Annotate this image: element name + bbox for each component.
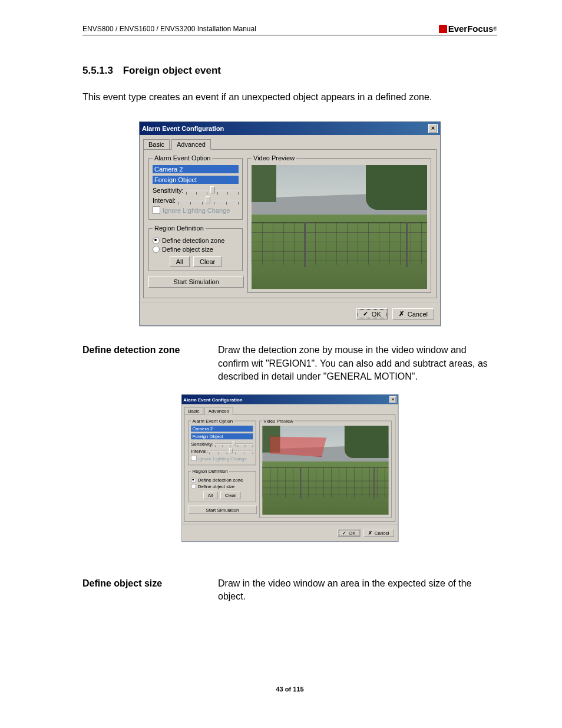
- def-object-size: Define object size Draw in the video win…: [82, 577, 497, 604]
- section-number: 5.5.1.3: [82, 65, 113, 76]
- all-button[interactable]: All: [170, 256, 190, 267]
- sensitivity-label: Sensitivity:: [153, 187, 184, 194]
- doc-title: ENVS800 / ENVS1600 / ENVS3200 Installati…: [82, 25, 256, 33]
- figure-dialog-1: Alarm Event Configuration × Basic Advanc…: [82, 121, 497, 326]
- def-object-desc: Draw in the video window an area in the …: [218, 577, 497, 604]
- clear-button[interactable]: Clear: [193, 256, 222, 267]
- radio-detection-label-2: Define detection zone: [198, 477, 243, 483]
- video-preview-legend-2: Video Preview: [262, 418, 295, 423]
- interval-label: Interval:: [153, 197, 176, 204]
- ok-button[interactable]: ✓ OK: [356, 308, 388, 319]
- clear-button-2[interactable]: Clear: [220, 491, 241, 499]
- def-detection-desc: Draw the detection zone by mouse in the …: [218, 344, 497, 383]
- tab-basic[interactable]: Basic: [143, 139, 170, 149]
- alarm-event-legend: Alarm Event Option: [153, 154, 212, 162]
- interval-slider[interactable]: [178, 196, 239, 205]
- figure-dialog-2: Alarm Event Configuration × Basic Advanc…: [82, 394, 497, 559]
- radio-detection-zone-2[interactable]: [191, 477, 196, 483]
- region-definition-legend-2: Region Definition: [191, 469, 229, 474]
- sensitivity-slider[interactable]: [186, 186, 239, 195]
- region-definition-group: Region Definition Define detection zone …: [148, 225, 243, 271]
- def-detection-term: Define detection zone: [82, 344, 206, 383]
- camera-select-2[interactable]: Camera 2: [191, 426, 253, 431]
- ok-button-2[interactable]: ✓ OK: [338, 529, 360, 537]
- cancel-label-2: Cancel: [375, 530, 389, 535]
- sensitivity-label-2: Sensitivity:: [191, 441, 213, 446]
- camera-select[interactable]: Camera 2: [153, 165, 239, 173]
- alarm-config-dialog: Alarm Event Configuration × Basic Advanc…: [139, 121, 441, 326]
- start-simulation-button-2[interactable]: Start Simulation: [188, 505, 257, 513]
- tab-advanced-2[interactable]: Advanced: [204, 407, 233, 414]
- dialog-title-2: Alarm Event Configuration: [183, 397, 242, 402]
- dialog-title: Alarm Event Configuration: [142, 125, 224, 132]
- tab-advanced[interactable]: Advanced: [171, 139, 211, 150]
- brand-logo: EverFocus ®: [439, 24, 497, 34]
- brand-logo-icon: [439, 25, 447, 33]
- page-number: 43 of 115: [82, 686, 497, 693]
- cancel-button[interactable]: ✗ Cancel: [392, 308, 434, 319]
- section-title: Foreign object event: [123, 65, 221, 76]
- brand-mark: ®: [493, 26, 497, 32]
- page-header: ENVS800 / ENVS1600 / ENVS3200 Installati…: [82, 24, 497, 35]
- alarm-event-option-group: Alarm Event Option Camera 2 Foreign Obje…: [148, 154, 243, 220]
- check-icon: ✓: [363, 310, 368, 318]
- ignore-lighting-checkbox-2[interactable]: [191, 455, 196, 460]
- cancel-label: Cancel: [408, 311, 428, 318]
- interval-slider-2[interactable]: [209, 448, 253, 454]
- ignore-lighting-label: Ignore Lighting Change: [163, 207, 230, 214]
- close-icon-2[interactable]: ×: [389, 396, 396, 403]
- detection-zone-overlay: [270, 436, 326, 457]
- radio-detection-zone[interactable]: [153, 237, 160, 244]
- dialog-titlebar-2: Alarm Event Configuration ×: [181, 394, 398, 404]
- brand-name: EverFocus: [448, 24, 494, 34]
- event-type-select[interactable]: Foreign Object: [153, 176, 239, 184]
- sensitivity-slider-2[interactable]: [215, 441, 253, 447]
- cross-icon-2: ✗: [368, 530, 372, 535]
- cancel-button-2[interactable]: ✗ Cancel: [363, 529, 394, 537]
- section-intro: This event type creates an event if an u…: [82, 91, 497, 104]
- tab-basic-2[interactable]: Basic: [184, 407, 203, 414]
- start-simulation-button[interactable]: Start Simulation: [148, 276, 244, 288]
- video-preview-group: Video Preview: [247, 154, 431, 293]
- video-preview-2[interactable]: [262, 426, 389, 515]
- all-button-2[interactable]: All: [203, 491, 218, 499]
- def-object-term: Define object size: [82, 577, 206, 604]
- radio-object-label: Define object size: [162, 246, 213, 253]
- alarm-event-option-group-2: Alarm Event Option Camera 2 Foreign Obje…: [188, 418, 256, 465]
- ok-label-2: OK: [349, 530, 355, 535]
- radio-detection-label: Define detection zone: [162, 237, 224, 244]
- interval-label-2: Interval:: [191, 449, 207, 454]
- dialog-titlebar: Alarm Event Configuration ×: [140, 122, 440, 135]
- alarm-event-legend-2: Alarm Event Option: [191, 418, 234, 423]
- region-definition-legend: Region Definition: [153, 225, 206, 232]
- radio-object-label-2: Define object size: [198, 483, 235, 489]
- def-detection-zone: Define detection zone Draw the detection…: [82, 344, 497, 383]
- region-definition-group-2: Region Definition Define detection zone …: [188, 469, 256, 502]
- close-icon[interactable]: ×: [428, 124, 438, 133]
- section-heading: 5.5.1.3 Foreign object event: [82, 65, 497, 77]
- video-preview-group-2: Video Preview: [259, 418, 392, 518]
- event-type-select-2[interactable]: Foreign Object: [191, 433, 253, 439]
- cross-icon: ✗: [399, 310, 404, 318]
- alarm-config-dialog-2: Alarm Event Configuration × Basic Advanc…: [181, 394, 399, 542]
- video-preview-legend: Video Preview: [252, 154, 296, 162]
- video-preview[interactable]: [252, 165, 427, 289]
- dialog-tabs: Basic Advanced: [140, 135, 440, 149]
- ignore-lighting-label-2: Ignore Lighting Change: [198, 456, 246, 461]
- radio-object-size-2[interactable]: [191, 483, 196, 489]
- ok-label: OK: [372, 311, 381, 318]
- check-icon-2: ✓: [342, 530, 346, 535]
- ignore-lighting-checkbox[interactable]: [153, 206, 160, 214]
- radio-object-size[interactable]: [153, 246, 160, 253]
